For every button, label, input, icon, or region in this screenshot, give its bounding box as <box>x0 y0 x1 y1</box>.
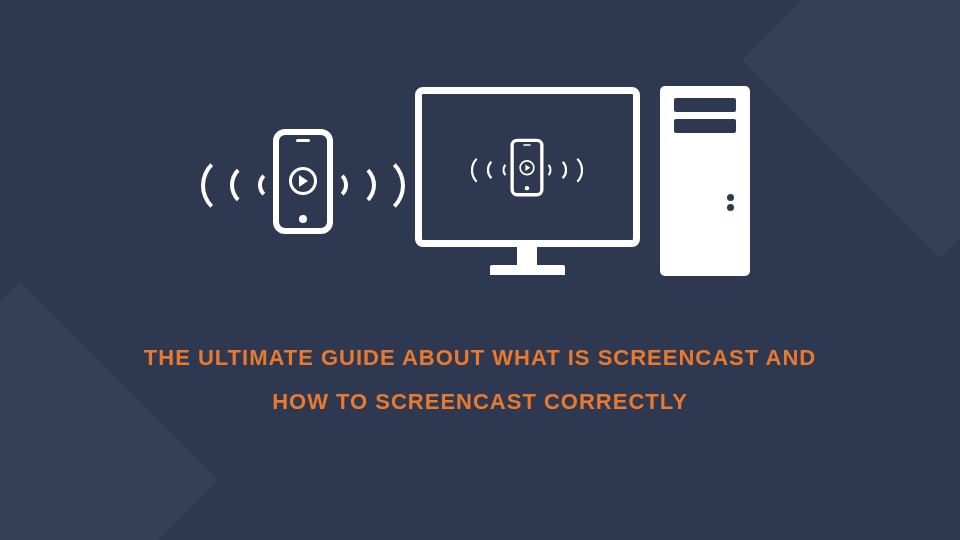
title-line-2: HOW TO SCREENCAST CORRECTLY <box>144 380 816 424</box>
desktop-monitor-icon <box>415 87 640 275</box>
tower-buttons-icon <box>727 194 734 211</box>
pc-tower-icon <box>660 86 750 276</box>
broadcast-waves-right-icon <box>333 156 395 206</box>
broadcast-waves-left-icon <box>211 156 273 206</box>
main-content: THE ULTIMATE GUIDE ABOUT WHAT IS SCREENC… <box>0 0 960 540</box>
title-line-1: THE ULTIMATE GUIDE ABOUT WHAT IS SCREENC… <box>144 336 816 380</box>
phone-home-button-icon <box>299 215 307 223</box>
monitor-screen-icon <box>415 87 640 247</box>
play-button-icon <box>289 167 317 195</box>
tower-drive-slot-icon <box>674 98 736 112</box>
phone-casting-small-icon <box>476 138 577 196</box>
page-title: THE ULTIMATE GUIDE ABOUT WHAT IS SCREENC… <box>144 336 816 424</box>
monitor-base-icon <box>490 265 565 275</box>
phone-notch-icon <box>296 139 310 142</box>
monitor-stand-icon <box>517 247 537 265</box>
tower-drive-slot-icon <box>674 119 736 133</box>
screencast-illustration <box>211 86 750 276</box>
phone-casting-icon <box>211 129 395 234</box>
